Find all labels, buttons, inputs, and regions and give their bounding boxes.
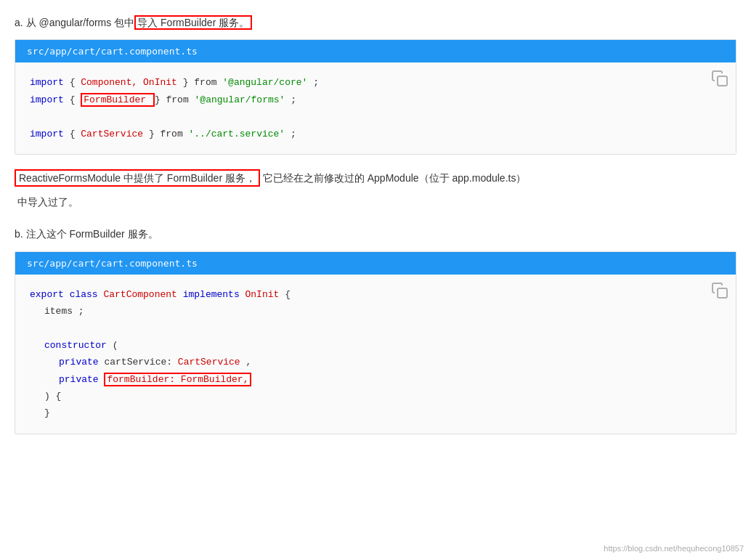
str-angular-core: '@angular/core' — [222, 77, 307, 88]
code-block-2: src/app/cart/cart.component.ts export cl… — [15, 251, 736, 434]
section-b-label: b. 注入这个 FormBuilder 服务。 — [15, 226, 736, 242]
code-header-1: src/app/cart/cart.component.ts — [15, 40, 736, 62]
kw-component-oninit: Component, OnInit — [81, 77, 177, 88]
code-line-2-7: } — [30, 405, 721, 421]
code-line-2-6: ) { — [30, 388, 721, 405]
kw-private-1: private — [59, 357, 99, 368]
section-a-highlight: 导入 FormBuilder 服务。 — [134, 15, 252, 30]
note-continuation: 它已经在之前修改过的 AppModule（位于 app.module.ts） — [263, 172, 527, 184]
code-header-1-title: src/app/cart/cart.component.ts — [27, 46, 198, 57]
code-block-1: src/app/cart/cart.component.ts import { … — [15, 39, 736, 155]
code-line-2-3: constructor ( — [30, 337, 721, 354]
kw-constructor: constructor — [44, 340, 107, 351]
kw-cartservice-type: CartService — [178, 357, 240, 368]
note-block: ReactiveFormsModule 中提供了 FormBuilder 服务，… — [15, 169, 736, 187]
formbuilder-inject-highlight: formBuilder: FormBuilder, — [104, 373, 251, 386]
code-line-1-2: import { FormBuilder } from '@angular/fo… — [30, 92, 721, 108]
code-line-1-3: import { CartService } from '../cart.ser… — [30, 126, 721, 142]
note-boxed-text: ReactiveFormsModule 中提供了 FormBuilder 服务， — [15, 169, 260, 187]
code-line-2-empty1 — [30, 320, 721, 337]
str-angular-forms: '@angular/forms' — [195, 94, 285, 105]
code-body-2: export class CartComponent implements On… — [15, 275, 736, 434]
kw-class: class — [70, 289, 98, 300]
svg-rect-0 — [718, 76, 727, 86]
code-line-2-1: export class CartComponent implements On… — [30, 286, 721, 303]
str-cart-service: '../cart.service' — [189, 129, 285, 139]
kw-export: export — [30, 289, 64, 300]
code-body-1: import { Component, OnInit } from '@angu… — [15, 62, 736, 154]
copy-icon-2[interactable] — [711, 282, 728, 299]
code-line-2-5: private formBuilder: FormBuilder, — [30, 371, 721, 388]
kw-cartcomponent: CartComponent — [103, 289, 176, 300]
code-header-2-title: src/app/cart/cart.component.ts — [27, 258, 198, 269]
code-line-2-2: items ; — [30, 303, 721, 320]
kw-implements: implements — [183, 289, 240, 300]
code-line-2-4: private cartService: CartService , — [30, 354, 721, 370]
kw-import-3: import — [30, 129, 64, 139]
code-header-2: src/app/cart/cart.component.ts — [15, 252, 736, 275]
kw-import-1: import — [30, 77, 64, 88]
kw-import-2: import — [30, 94, 64, 105]
copy-icon-1[interactable] — [711, 70, 728, 87]
note-continuation-2: 中导入过了。 — [17, 193, 736, 211]
section-a-label: a. 从 @angular/forms 包中导入 FormBuilder 服务。 — [15, 15, 736, 31]
formbuilder-highlight: FormBuilder — [81, 93, 155, 107]
code-line-1-1: import { Component, OnInit } from '@angu… — [30, 74, 721, 91]
kw-cartservice: CartService — [81, 129, 143, 139]
kw-private-2: private — [59, 374, 99, 385]
kw-oninit-2: OnInit — [245, 289, 280, 300]
svg-rect-1 — [718, 288, 727, 298]
code-line-1-empty — [30, 108, 721, 125]
